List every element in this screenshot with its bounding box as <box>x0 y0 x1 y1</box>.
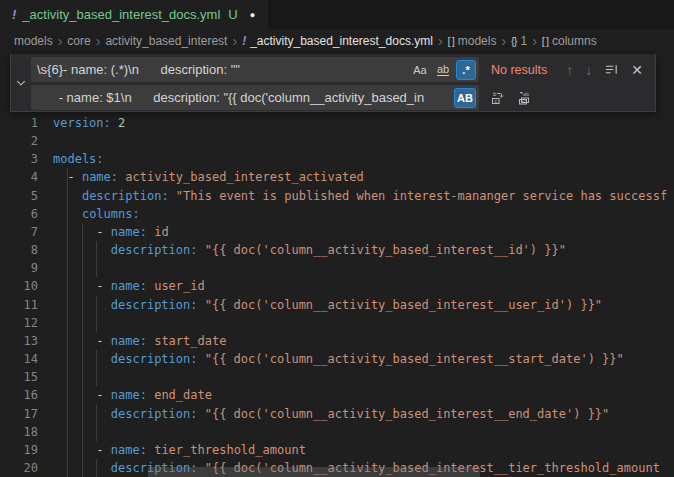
array-icon: [ ] <box>542 35 548 47</box>
code-line[interactable]: 14 description: "{{ doc('column__activit… <box>0 350 674 368</box>
breadcrumb-separator-icon: › <box>501 34 506 48</box>
horizontal-scrollbar[interactable] <box>148 467 480 477</box>
code-line[interactable]: 15 <box>0 368 674 386</box>
replace-icon: b c <box>490 90 506 106</box>
line-number[interactable]: 1 <box>0 114 38 132</box>
line-number[interactable]: 5 <box>0 187 38 205</box>
code-text: columns: <box>53 205 140 223</box>
code-text: version: 2 <box>53 114 125 132</box>
indent-guide <box>67 314 68 332</box>
breadcrumb-label: columns <box>552 34 597 48</box>
tab-bar: ! _activity_based_interest_docs.yml U ● <box>0 0 674 29</box>
object-icon: {} <box>511 35 516 47</box>
line-number[interactable]: 2 <box>0 132 38 150</box>
breadcrumb-item[interactable]: !_activity_based_interest_docs.yml <box>242 34 433 48</box>
find-input[interactable]: \s{6}- name: (.*)\n description: "" Aa a… <box>31 57 479 82</box>
breadcrumb-separator-icon: › <box>232 34 237 48</box>
match-case-button[interactable]: Aa <box>410 60 430 80</box>
replace-all-button[interactable]: ab ac <box>517 90 533 106</box>
line-number[interactable]: 9 <box>0 259 38 277</box>
code-text: description: "{{ doc('column__activity_b… <box>53 296 602 314</box>
code-line[interactable]: 5 description: "This event is published … <box>0 187 674 205</box>
breadcrumb-label: 1 <box>520 34 527 48</box>
vscode-window: ! _activity_based_interest_docs.yml U ● … <box>0 0 674 477</box>
breadcrumb-item[interactable]: activity_based_interest <box>105 34 227 48</box>
code-line[interactable]: 16 - name: end_date <box>0 386 674 404</box>
breadcrumb-label: models <box>14 34 53 48</box>
line-number[interactable]: 11 <box>0 296 38 314</box>
breadcrumb-item[interactable]: {}1 <box>511 34 527 48</box>
breadcrumb-separator-icon: › <box>96 34 101 48</box>
line-number[interactable]: 7 <box>0 223 38 241</box>
indent-guide <box>96 259 97 277</box>
replace-input[interactable]: - name: $1\n description: "{{ doc('colum… <box>31 85 479 110</box>
line-number[interactable]: 13 <box>0 332 38 350</box>
find-in-selection-button[interactable] <box>604 62 619 77</box>
line-number[interactable]: 16 <box>0 386 38 404</box>
replace-row: - name: $1\n description: "{{ doc('colum… <box>31 85 651 110</box>
svg-text:b: b <box>493 91 496 97</box>
find-results-count: No results <box>491 63 566 77</box>
code-line[interactable]: 3models: <box>0 150 674 168</box>
code-text: - name: start_date <box>53 332 226 350</box>
code-line[interactable]: 4 - name: activity_based_interest_activa… <box>0 168 674 186</box>
breadcrumb-label: activity_based_interest <box>105 34 227 48</box>
regex-button[interactable]: .* <box>456 60 476 80</box>
replace-value-text: - name: $1\n description: "{{ doc('colum… <box>37 90 454 105</box>
code-line[interactable]: 7 - name: id <box>0 223 674 241</box>
whole-word-button[interactable]: ab <box>433 60 453 80</box>
code-line[interactable]: 19 - name: tier_threshold_amount <box>0 441 674 459</box>
code-line[interactable]: 2 <box>0 132 674 150</box>
code-editor[interactable]: 1version: 223models:4 - name: activity_b… <box>0 114 674 477</box>
find-replace-widget: \s{6}- name: (.*)\n description: "" Aa a… <box>10 54 656 112</box>
code-line[interactable]: 17 description: "{{ doc('column__activit… <box>0 405 674 423</box>
breadcrumb-item[interactable]: [ ]columns <box>542 34 597 48</box>
code-line[interactable]: 9 <box>0 259 674 277</box>
line-number[interactable]: 20 <box>0 459 38 477</box>
line-number[interactable]: 19 <box>0 441 38 459</box>
code-line[interactable]: 18 <box>0 423 674 441</box>
previous-match-button[interactable]: ↑ <box>566 62 573 78</box>
line-number[interactable]: 6 <box>0 205 38 223</box>
replace-button[interactable]: b c <box>490 90 506 106</box>
modified-indicator-icon[interactable]: ● <box>250 10 255 20</box>
code-line[interactable]: 1version: 2 <box>0 114 674 132</box>
breadcrumb-item[interactable]: [ ]models <box>448 34 497 48</box>
indent-guide <box>82 423 83 441</box>
toggle-replace-button[interactable] <box>11 54 31 111</box>
line-number[interactable]: 10 <box>0 277 38 295</box>
indent-guide <box>67 423 68 441</box>
line-number[interactable]: 15 <box>0 368 38 386</box>
line-number[interactable]: 3 <box>0 150 38 168</box>
next-match-button[interactable]: ↓ <box>585 62 592 78</box>
indent-guide <box>96 423 97 441</box>
chevron-down-icon <box>15 77 27 89</box>
line-number[interactable]: 17 <box>0 405 38 423</box>
svg-text:ac: ac <box>521 99 527 104</box>
code-text: - name: activity_based_interest_activate… <box>53 168 364 186</box>
line-number[interactable]: 12 <box>0 314 38 332</box>
tab-activity-based-interest-docs[interactable]: ! _activity_based_interest_docs.yml U ● <box>0 0 268 29</box>
warning-icon: ! <box>242 34 246 48</box>
breadcrumb-item[interactable]: core <box>67 34 90 48</box>
code-line[interactable]: 12 <box>0 314 674 332</box>
code-text: description: "{{ doc('column__activity_b… <box>53 241 566 259</box>
code-line[interactable]: 10 - name: user_id <box>0 277 674 295</box>
code-line[interactable]: 8 description: "{{ doc('column__activity… <box>0 241 674 259</box>
indent-guide <box>96 368 97 386</box>
indent-guide <box>82 368 83 386</box>
indent-guide <box>82 314 83 332</box>
code-line[interactable]: 13 - name: start_date <box>0 332 674 350</box>
line-number[interactable]: 14 <box>0 350 38 368</box>
code-text: - name: tier_threshold_amount <box>53 441 306 459</box>
preserve-case-button[interactable]: AB <box>454 88 476 108</box>
indent-guide <box>67 368 68 386</box>
code-line[interactable]: 6 columns: <box>0 205 674 223</box>
close-button[interactable]: ✕ <box>631 62 643 78</box>
line-number[interactable]: 4 <box>0 168 38 186</box>
breadcrumb-item[interactable]: models <box>14 34 53 48</box>
code-line[interactable]: 11 description: "{{ doc('column__activit… <box>0 296 674 314</box>
line-number[interactable]: 18 <box>0 423 38 441</box>
line-number[interactable]: 8 <box>0 241 38 259</box>
replace-all-icon: ab ac <box>517 90 533 106</box>
